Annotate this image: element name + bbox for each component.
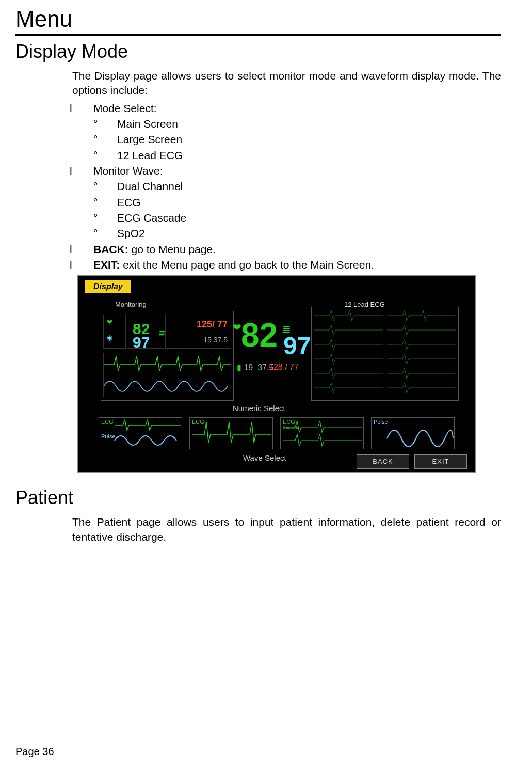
patient-intro: The Patient page allows users to input p… [72,515,501,544]
section-patient-heading: Patient [15,487,501,509]
mini-spo2-value: 97 [133,334,150,351]
display-tab[interactable]: Display [85,280,131,293]
mini-wave-svg [104,353,231,397]
big-bp-value: 128 / 77 [269,363,299,372]
mode-select-label: Mode Select: [93,102,157,114]
numeric-select-label: Numeric Select [233,404,285,413]
chapter-title: Menu [15,6,501,32]
back-desc: go to Menu page. [128,243,216,255]
back-label: BACK: [93,243,128,255]
wave-tile-dual[interactable]: ECG Pulse [99,417,182,449]
monitoring-preview[interactable]: ❤ ◉ 82 97 ≣ 125/ 77 15 37.5 [101,311,234,401]
mini-temp-rr-value: 15 37.5 [203,336,228,344]
mode-option: Large Screen [93,132,501,147]
monitoring-label: Monitoring [115,301,147,308]
monitor-wave-label: Monitor Wave: [93,165,163,177]
wave-row: ECG Pulse ECG ECG Cascade [99,417,455,449]
monitor-mini-right: 125/ 77 15 37.5 [165,315,231,349]
display-page-screenshot: Display Monitoring 12 Lead ECG ❤ ◉ 82 97… [77,275,476,473]
wave-option: ECG [93,195,501,210]
exit-button[interactable]: EXIT [414,454,467,469]
tile-wave-svg [281,418,363,449]
mini-bp-value: 125/ 77 [197,319,228,330]
tile-wave-svg [372,418,454,449]
heart-icon: ❤ [233,321,241,334]
display-mode-intro: The Display page allows users to select … [72,69,501,98]
exit-item: EXIT: exit the Menu page and go back to … [70,258,501,272]
wave-tile-ecg[interactable]: ECG [189,417,273,449]
tile-wave-svg [99,418,182,449]
wave-option: Dual Channel [93,179,501,194]
page-number: Page 36 [15,746,54,758]
bars-icon: ≣ [157,328,165,338]
wave-tile-ecg-cascade[interactable]: ECG Cascade [280,417,364,449]
chapter-rule [15,34,501,36]
wave-option: SpO2 [93,226,501,241]
exit-desc: exit the Menu page and go back to the Ma… [120,259,374,271]
back-button[interactable]: BACK [357,454,409,469]
section-display-mode-heading: Display Mode [15,41,501,62]
monitor-mini-numbers: 82 97 ≣ [127,315,164,349]
lead-ecg-preview[interactable] [311,307,459,401]
back-item: BACK: go to Menu page. [70,242,501,257]
wave-tile-pulse[interactable]: Pulse [371,417,455,449]
mode-option: Main Screen [93,117,501,131]
big-rr-temp: ▮ 19 37.5 [237,363,273,372]
mode-select-item: Mode Select: Main Screen Large Screen 12… [70,101,501,163]
mini-waveform-strip [103,353,231,397]
big-hr-value: 82 [241,316,278,354]
monitor-mini-icon-col: ❤ ◉ [103,315,126,349]
big-spo2-value: 97 [283,332,311,360]
lead-ecg-svg [312,307,458,400]
mode-option: 12 Lead ECG [93,148,501,163]
monitor-wave-item: Monitor Wave: Dual Channel ECG ECG Casca… [70,164,501,241]
exit-label: EXIT: [93,259,120,271]
tile-wave-svg [190,418,272,449]
wave-select-label: Wave Select [243,453,286,462]
wave-option: ECG Cascade [93,211,501,225]
